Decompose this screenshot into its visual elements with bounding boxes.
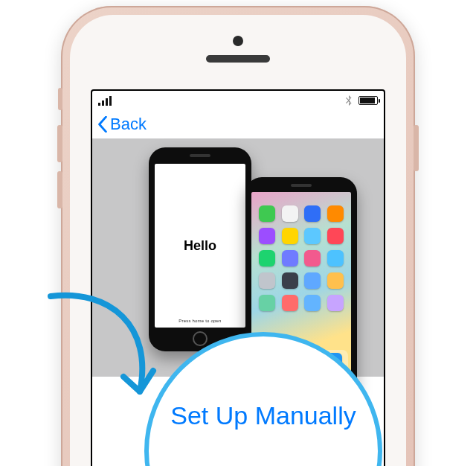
nav-bar: Back <box>92 110 384 138</box>
app-icon <box>282 228 298 244</box>
app-icon <box>327 250 344 266</box>
volume-down-button <box>57 171 62 208</box>
press-home-hint: Press home to open <box>178 319 221 323</box>
front-camera-icon <box>233 36 243 46</box>
mute-switch <box>58 88 62 110</box>
status-bar <box>92 91 384 110</box>
app-icon <box>327 272 344 289</box>
battery-icon <box>358 96 378 105</box>
app-icon <box>259 228 275 244</box>
app-icon <box>259 250 275 266</box>
chevron-left-icon <box>97 116 109 133</box>
app-icon <box>259 295 275 311</box>
app-grid <box>257 205 345 311</box>
app-icon <box>282 250 298 266</box>
app-icon <box>282 272 298 289</box>
volume-up-button <box>57 125 62 162</box>
set-up-manually-button[interactable]: Set Up Manually <box>170 401 356 430</box>
earpiece-speaker-icon <box>206 55 270 63</box>
app-icon <box>259 205 275 222</box>
back-button[interactable]: Back <box>97 115 147 134</box>
power-button <box>414 125 419 171</box>
app-icon <box>304 250 321 266</box>
hello-greeting: Hello <box>184 238 216 254</box>
app-icon <box>304 295 321 311</box>
annotation-arrow-icon <box>28 289 170 423</box>
app-icon <box>282 205 298 222</box>
cellular-signal-icon <box>98 96 112 106</box>
home-button-icon <box>193 331 208 346</box>
app-icon <box>304 272 321 289</box>
app-icon <box>304 205 321 222</box>
app-icon <box>327 295 344 311</box>
bluetooth-icon <box>345 95 353 106</box>
app-icon <box>304 228 321 244</box>
app-icon <box>282 295 298 311</box>
back-label: Back <box>110 115 147 134</box>
app-icon <box>259 272 275 289</box>
mini-speaker-icon <box>291 184 312 187</box>
app-icon <box>327 228 344 244</box>
app-icon <box>327 205 344 222</box>
mini-speaker-icon <box>190 154 210 157</box>
